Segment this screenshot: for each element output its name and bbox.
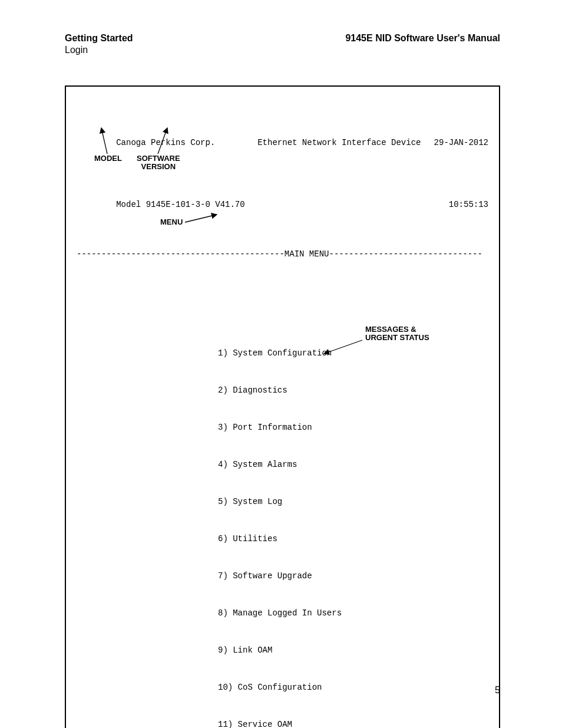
menu-item: 8) Manage Logged In Users — [218, 608, 342, 618]
callout-software-version-l2: VERSION — [141, 162, 176, 171]
header-right-title: 9145E NID Software User's Manual — [345, 32, 500, 44]
header-left-title: Getting Started — [65, 32, 133, 44]
callout-menu: MENU — [160, 218, 183, 226]
menu-item: 11) Service OAM — [218, 720, 292, 728]
menu-item: 10) CoS Configuration — [218, 683, 322, 692]
header-left-sub: Login — [65, 44, 133, 56]
callout-messages-l1: MESSAGES & — [365, 325, 416, 334]
menu-item: 6) Utilities — [218, 534, 277, 543]
terminal-device: Ethernet Network Interface Device — [257, 137, 421, 149]
figure-container: Canoga Perkins Corp.Ethernet Network Int… — [65, 85, 500, 728]
callout-model: MODEL — [94, 154, 122, 163]
callout-software-version-l1: SOFTWARE — [137, 154, 180, 163]
terminal-company: Canoga Perkins Corp. — [116, 137, 257, 149]
page-number: 5 — [495, 685, 500, 696]
menu-item: 1) System Configuration — [218, 348, 332, 358]
terminal-time: 10:55:13 — [449, 199, 488, 211]
menu-item: 3) Port Information — [218, 423, 312, 432]
page-header: Getting Started Login 9145E NID Software… — [65, 32, 500, 56]
callout-messages-l2: URGENT STATUS — [365, 333, 429, 342]
terminal-menu-list: 1) System Configuration 2) Diagnostics 3… — [77, 322, 488, 728]
terminal-model: Model 9145E-101-3-0 V41.70 — [116, 199, 257, 211]
terminal-main-menu-label: MAIN MENU — [285, 249, 329, 259]
document-page: Getting Started Login 9145E NID Software… — [0, 0, 562, 728]
terminal-date: 29-JAN-2012 — [434, 137, 488, 149]
menu-item: 5) System Log — [218, 497, 282, 506]
menu-item: 7) Software Upgrade — [218, 571, 312, 581]
terminal-main-menu-divider: ----------------------------------------… — [77, 248, 488, 261]
menu-item: 2) Diagnostics — [218, 386, 287, 395]
menu-item: 9) Link OAM — [218, 645, 272, 655]
menu-item: 4) System Alarms — [218, 460, 297, 469]
terminal-screen: Canoga Perkins Corp.Ethernet Network Int… — [65, 85, 500, 728]
